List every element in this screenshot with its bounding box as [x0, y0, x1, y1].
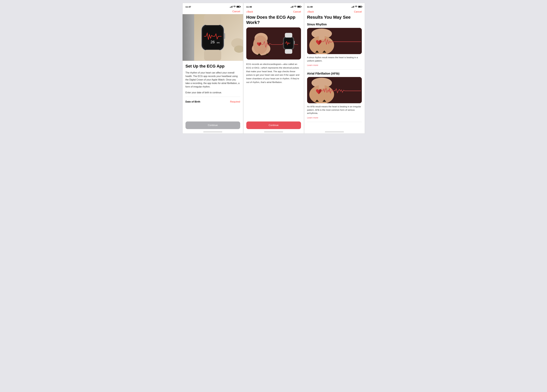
- nav-bar-3: ‹ Back Cancel: [304, 9, 365, 14]
- screen-1: 11:47: [182, 3, 243, 134]
- svg-text:26: 26: [210, 40, 215, 44]
- svg-rect-10: [224, 33, 225, 39]
- svg-rect-9: [204, 50, 221, 61]
- signal-bar-6: [291, 7, 292, 7]
- dob-required: Required: [230, 100, 240, 103]
- cancel-button-2[interactable]: Cancel: [293, 10, 301, 13]
- nav-bar-2: ‹ Back Cancel: [243, 9, 304, 14]
- back-chevron-2: ‹: [246, 10, 247, 14]
- how-illustration: [249, 29, 298, 58]
- continue-button-2[interactable]: Continue: [246, 122, 301, 129]
- battery-icon-2: [297, 6, 301, 7]
- svg-rect-8: [204, 14, 221, 25]
- back-chevron-3: ‹: [307, 10, 308, 14]
- continue-btn-container-2: Continue: [246, 122, 301, 129]
- back-button-2[interactable]: ‹ Back: [246, 10, 253, 14]
- screen1-body: The rhythm of your heart can affect your…: [185, 71, 240, 89]
- hero-svg-1: 26 sec: [183, 14, 243, 61]
- divider-2: [307, 122, 362, 122]
- wifi-icon-1: [233, 6, 236, 8]
- hero-image-1: 26 sec: [183, 14, 243, 61]
- signal-bar-9: [351, 7, 352, 7]
- cancel-button-3[interactable]: Cancel: [354, 10, 362, 13]
- result-section-sinus: Sinus Rhythm: [304, 23, 365, 67]
- screen2-title: How Does the ECG App Work?: [243, 14, 304, 25]
- dob-section: Date of Birth Required: [185, 97, 240, 104]
- status-time-3: 11:49: [307, 6, 313, 8]
- continue-button-1[interactable]: Continue: [185, 122, 240, 129]
- how-image: [246, 28, 301, 60]
- wifi-icon-3: [355, 6, 357, 8]
- back-label-3: Back: [308, 10, 314, 13]
- continue-btn-container-1: Continue: [185, 122, 240, 129]
- battery-fill-2: [298, 6, 300, 7]
- back-button-3[interactable]: ‹ Back: [307, 10, 314, 14]
- signal-bar-5: [291, 7, 291, 7]
- svg-rect-1: [183, 14, 194, 61]
- screen1-title: Set Up the ECG App: [185, 64, 240, 69]
- status-bar-1: 11:47: [183, 3, 243, 9]
- sinus-image: [307, 28, 362, 54]
- battery-fill-1: [237, 6, 239, 7]
- dob-label: Date of Birth: [185, 100, 200, 103]
- svg-rect-20: [294, 41, 295, 44]
- signal-bar-1: [230, 7, 230, 7]
- status-icons-2: [291, 6, 301, 8]
- sinus-learn-more[interactable]: Learn more: [307, 64, 318, 66]
- signal-bars-2: [291, 6, 293, 7]
- battery-icon-3: [358, 6, 362, 7]
- home-indicator-3: [325, 131, 344, 132]
- screens-container: 11:47: [182, 3, 365, 134]
- wifi-icon-2: [294, 6, 296, 8]
- status-bar-3: 11:49: [304, 3, 365, 9]
- screen3-title: Results You May See: [304, 14, 365, 20]
- screen-3: 11:49: [304, 3, 365, 134]
- signal-bar-8: [293, 6, 293, 7]
- screen2-body: ECG records an electrocardiogram—also ca…: [243, 62, 304, 84]
- afib-description: An AFib result means the heart is beatin…: [307, 105, 362, 115]
- status-icons-1: [230, 6, 240, 8]
- status-time-1: 11:47: [185, 6, 191, 8]
- signal-bars-3: [351, 6, 354, 7]
- cancel-button-1[interactable]: Cancel: [232, 10, 240, 13]
- svg-rect-18: [285, 33, 292, 38]
- battery-fill-3: [359, 6, 361, 7]
- signal-bar-2: [231, 7, 231, 7]
- screen1-prompt: Enter your date of birth to continue.: [185, 91, 240, 94]
- result-section-afib: Atrial Fibrillation (AFib): [304, 72, 365, 119]
- signal-bar-12: [354, 6, 354, 7]
- signal-bar-4: [232, 6, 232, 7]
- afib-illustration: [307, 77, 362, 103]
- signal-bar-7: [292, 6, 293, 7]
- sinus-illustration: [307, 28, 362, 54]
- status-bar-2: 11:48: [243, 3, 304, 9]
- svg-rect-32: [319, 83, 325, 89]
- svg-rect-5: [203, 26, 222, 49]
- signal-bar-11: [353, 6, 353, 7]
- svg-rect-26: [319, 34, 325, 40]
- signal-bars-1: [230, 6, 232, 7]
- signal-bar-10: [352, 7, 353, 7]
- nav-bar-1: Cancel: [183, 9, 243, 14]
- svg-rect-19: [285, 49, 292, 54]
- status-time-2: 11:48: [246, 6, 252, 8]
- afib-title: Atrial Fibrillation (AFib): [307, 72, 362, 75]
- screen-2: 11:48: [243, 3, 304, 134]
- status-icons-3: [351, 6, 362, 8]
- sinus-description: A sinus rhythm result means the heart is…: [307, 56, 362, 62]
- dob-row: Date of Birth Required: [185, 99, 240, 104]
- home-indicator-2: [264, 131, 283, 132]
- battery-icon-1: [237, 6, 240, 7]
- home-indicator-1: [203, 131, 222, 132]
- afib-learn-more[interactable]: Learn more: [307, 116, 318, 119]
- sinus-title: Sinus Rhythm: [307, 23, 362, 26]
- signal-bar-3: [231, 6, 232, 7]
- screen1-content: Set Up the ECG App The rhythm of your he…: [183, 61, 243, 107]
- back-label-2: Back: [247, 10, 253, 13]
- svg-text:sec: sec: [217, 41, 220, 44]
- afib-image: [307, 77, 362, 103]
